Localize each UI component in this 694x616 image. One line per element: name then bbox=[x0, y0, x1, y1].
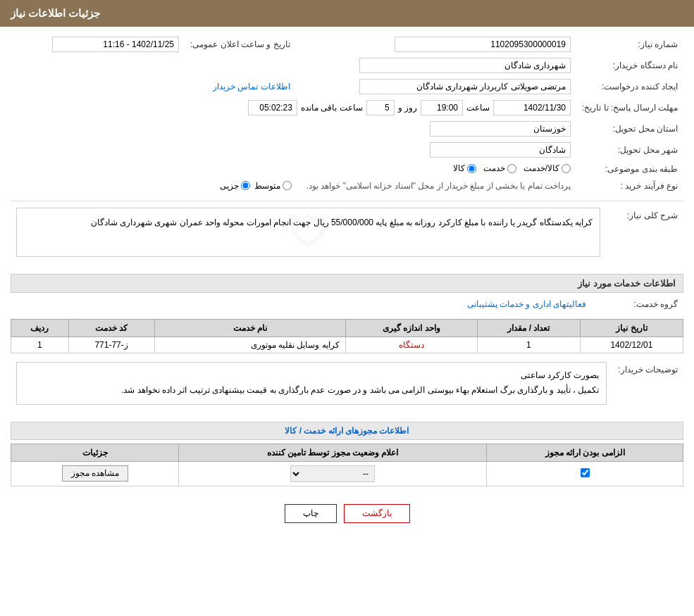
need-number-row: شماره نیاز: تاریخ و ساعت اعلان عمومی: bbox=[11, 34, 683, 55]
category-service-radio[interactable] bbox=[507, 164, 516, 173]
need-number-input[interactable] bbox=[395, 37, 571, 52]
col-service-code: کد خدمت bbox=[68, 319, 154, 337]
view-permission-button[interactable]: مشاهده مجوز bbox=[62, 465, 128, 482]
process-row: نوع فرآیند خرید : پرداخت تمام یا بخشی از… bbox=[11, 178, 683, 194]
col-service-name: نام خدمت bbox=[154, 319, 345, 337]
reply-deadline-label: مهلت ارسال پاسخ: تا تاریخ: bbox=[576, 97, 683, 118]
process-medium-radio[interactable] bbox=[283, 181, 292, 190]
page-wrapper: جزئیات اطلاعات نیاز شماره نیاز: تاریخ و … bbox=[0, 0, 694, 616]
need-number-label: شماره نیاز: bbox=[576, 34, 683, 55]
col-need-date: تاریخ نیاز bbox=[580, 319, 683, 337]
services-table-body: 1402/12/01 1 دستگاه کرایه وسایل نقلیه مو… bbox=[11, 337, 683, 353]
table-row: -- مشاهده مجوز bbox=[11, 461, 683, 486]
requester-input[interactable] bbox=[359, 79, 571, 94]
category-goods-radio[interactable] bbox=[467, 164, 476, 173]
service-group-table: گروه خدمت: فعالیتهای اداری و خدمات پشتیب… bbox=[11, 296, 683, 312]
province-label: استان محل تحویل: bbox=[576, 118, 683, 139]
category-goods-service-radio[interactable] bbox=[562, 164, 571, 173]
col-quantity: تعداد / مقدار bbox=[477, 319, 580, 337]
col-row-num: ردیف bbox=[11, 319, 69, 337]
col-status-announce: اعلام وضعیت مجوز توسط تامین کننده bbox=[179, 444, 487, 461]
reply-days-input[interactable] bbox=[366, 100, 395, 115]
service-group-label: گروه خدمت: bbox=[592, 296, 683, 312]
reply-remain-input[interactable] bbox=[248, 100, 297, 115]
divider-1 bbox=[11, 201, 683, 201]
cell-service-name: کرایه وسایل نقلیه موتوری bbox=[154, 337, 345, 353]
page-title: جزئیات اطلاعات نیاز bbox=[11, 7, 100, 19]
main-form-table: شماره نیاز: تاریخ و ساعت اعلان عمومی: نا… bbox=[11, 34, 683, 194]
process-medium-option[interactable]: متوسط bbox=[254, 181, 292, 191]
col-unit: واحد اندازه گیری bbox=[345, 319, 477, 337]
category-label: طبقه بندی موضوعی: bbox=[576, 161, 683, 178]
city-label: شهر محل تحویل: bbox=[576, 139, 683, 161]
buyer-note-row: توضیحات خریدار: بصورت کارکرد ساعتیتکمیل … bbox=[11, 359, 683, 415]
description-box: 🛡 کرایه یکدستگاه گریدر یا راننده با مبلغ… bbox=[16, 208, 600, 257]
category-service-label: خدمت bbox=[483, 163, 505, 173]
service-group-row: گروه خدمت: فعالیتهای اداری و خدمات پشتیب… bbox=[11, 296, 683, 312]
buyer-note-label: توضیحات خریدار: bbox=[612, 359, 683, 415]
cell-required bbox=[487, 461, 683, 486]
permissions-header-row: الزامی بودن ارائه مجوز اعلام وضعیت مجوز … bbox=[11, 444, 683, 461]
announcement-date-label: تاریخ و ساعت اعلان عمومی: bbox=[185, 34, 296, 55]
category-service-option[interactable]: خدمت bbox=[483, 163, 516, 173]
reply-date-input[interactable] bbox=[493, 100, 571, 115]
process-label: نوع فرآیند خرید : bbox=[576, 178, 683, 194]
process-note: پرداخت تمام یا بخشی از مبلغ خریدار از مح… bbox=[306, 181, 571, 191]
category-goods-label: کالا bbox=[453, 163, 465, 173]
announcement-date-input[interactable] bbox=[52, 37, 179, 52]
required-checkbox[interactable] bbox=[581, 468, 590, 477]
services-section-title: اطلاعات خدمات مورد نیاز bbox=[11, 274, 683, 293]
description-table: شرح کلی نیاز: 🛡 کرایه یکدستگاه گریدر یا … bbox=[11, 205, 683, 267]
buyer-note-table: توضیحات خریدار: بصورت کارکرد ساعتیتکمیل … bbox=[11, 359, 683, 415]
cell-service-code: ز-77-771 bbox=[68, 337, 154, 353]
back-button[interactable]: بازگشت bbox=[344, 504, 410, 523]
city-row: شهر محل تحویل: bbox=[11, 139, 683, 161]
buyer-org-input[interactable] bbox=[359, 58, 571, 73]
permissions-table: الزامی بودن ارائه مجوز اعلام وضعیت مجوز … bbox=[11, 444, 683, 486]
city-input[interactable] bbox=[430, 142, 571, 158]
requester-row: ایجاد کننده درخواست: اطلاعات تماس خریدار bbox=[11, 76, 683, 97]
permissions-section: اطلاعات مجوزهای ارائه خدمت / کالا الزامی… bbox=[11, 422, 683, 486]
col-required: الزامی بودن ارائه مجوز bbox=[487, 444, 683, 461]
status-select[interactable]: -- bbox=[290, 465, 375, 482]
contact-link[interactable]: اطلاعات تماس خریدار bbox=[213, 82, 290, 92]
main-content: شماره نیاز: تاریخ و ساعت اعلان عمومی: نا… bbox=[0, 27, 694, 541]
category-goods-service-option[interactable]: کالا/خدمت bbox=[523, 163, 571, 173]
reply-time-label: ساعت bbox=[466, 103, 490, 113]
buyer-org-label: نام دستگاه خریدار: bbox=[576, 55, 683, 76]
requester-label: ایجاد کننده درخواست: bbox=[576, 76, 683, 97]
footer-buttons: بازگشت چاپ bbox=[11, 494, 683, 534]
services-table-header: تاریخ نیاز تعداد / مقدار واحد اندازه گیر… bbox=[11, 319, 683, 337]
cell-quantity: 1 bbox=[477, 337, 580, 353]
process-partial-radio[interactable] bbox=[241, 181, 250, 190]
process-medium-label: متوسط bbox=[254, 181, 280, 191]
buyer-note-content: بصورت کارکرد ساعتیتکمیل ، تأیید و بارگذا… bbox=[121, 370, 599, 396]
description-text: کرایه یکدستگاه گریدر یا راننده با مبلغ ک… bbox=[24, 215, 593, 231]
reply-remain-label: ساعت باقی مانده bbox=[301, 103, 363, 113]
services-header-row: تاریخ نیاز تعداد / مقدار واحد اندازه گیر… bbox=[11, 319, 683, 337]
reply-time-input[interactable] bbox=[421, 100, 463, 115]
process-partial-label: جزیی bbox=[220, 181, 239, 191]
cell-status: -- bbox=[179, 461, 487, 486]
cell-row-num: 1 bbox=[11, 337, 69, 353]
permissions-table-body: -- مشاهده مجوز bbox=[11, 461, 683, 486]
reply-deadline-row: مهلت ارسال پاسخ: تا تاریخ: ساعت روز و سا… bbox=[11, 97, 683, 118]
col-details: جزئیات bbox=[11, 444, 179, 461]
category-goods-option[interactable]: کالا bbox=[453, 163, 476, 173]
page-header: جزئیات اطلاعات نیاز bbox=[0, 0, 694, 27]
cell-need-date: 1402/12/01 bbox=[580, 337, 683, 353]
print-button[interactable]: چاپ bbox=[285, 504, 337, 523]
category-goods-service-label: کالا/خدمت bbox=[523, 163, 559, 173]
services-table: تاریخ نیاز تعداد / مقدار واحد اندازه گیر… bbox=[11, 319, 683, 353]
province-input[interactable] bbox=[430, 121, 571, 137]
description-row: شرح کلی نیاز: 🛡 کرایه یکدستگاه گریدر یا … bbox=[11, 205, 683, 267]
description-label: شرح کلی نیاز: bbox=[606, 205, 683, 267]
process-partial-option[interactable]: جزیی bbox=[220, 181, 250, 191]
permissions-col-headers: الزامی بودن ارائه مجوز اعلام وضعیت مجوز … bbox=[11, 444, 683, 461]
service-group-value[interactable]: فعالیتهای اداری و خدمات پشتیبانی bbox=[467, 299, 586, 309]
permissions-header: اطلاعات مجوزهای ارائه خدمت / کالا bbox=[11, 422, 683, 440]
category-row: طبقه بندی موضوعی: کالا/خدمت خدمت bbox=[11, 161, 683, 178]
buyer-org-row: نام دستگاه خریدار: bbox=[11, 55, 683, 76]
reply-day-label: روز و bbox=[398, 103, 417, 113]
cell-unit: دستگاه bbox=[345, 337, 477, 353]
